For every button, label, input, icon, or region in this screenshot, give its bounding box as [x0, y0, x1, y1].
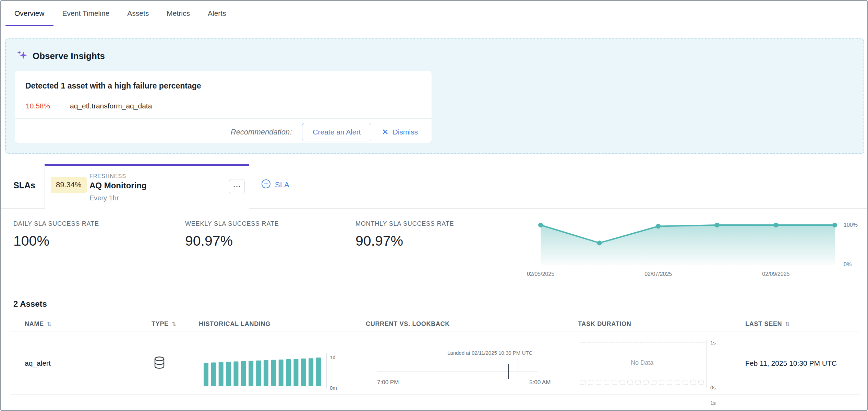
duration-placeholder-bar	[667, 380, 672, 385]
landed-at-annotation: Landed at 02/11/2025 10:30 PM UTC	[447, 350, 532, 356]
recommendation-row: Recommendation: Create an Alert ✕ Dismis…	[231, 122, 418, 142]
stat-daily-success-rate: DAILY SLA SUCCESS RATE 100%	[13, 220, 99, 249]
duration-placeholder-bar	[675, 380, 680, 385]
duration-placeholder-bar	[643, 380, 649, 385]
tab-metrics[interactable]: Metrics	[158, 1, 199, 26]
historical-landing-chart	[202, 354, 322, 386]
duration-placeholder-bar	[580, 380, 586, 385]
sort-icon: ⇅	[785, 321, 790, 327]
duration-placeholder-bar	[612, 380, 617, 385]
duration-no-data-label: No Data	[578, 359, 706, 366]
tab-assets[interactable]: Assets	[118, 1, 158, 26]
column-label: TYPE	[152, 320, 169, 328]
assets-count-heading: 2 Assets	[13, 299, 47, 309]
column-header-type[interactable]: TYPE ⇅	[152, 320, 177, 328]
duration-placeholder-bar	[588, 380, 593, 385]
add-sla-label: SLA	[275, 180, 289, 189]
column-header-historical-landing: HISTORICAL LANDING	[199, 320, 270, 328]
plus-circle-icon	[261, 179, 271, 191]
column-header-name[interactable]: NAME ⇅	[25, 320, 52, 328]
dismiss-button[interactable]: ✕ Dismiss	[382, 128, 418, 136]
dismiss-label: Dismiss	[393, 128, 418, 136]
lookback-expected-marker	[518, 357, 518, 379]
close-icon: ✕	[382, 128, 388, 136]
database-icon	[153, 356, 166, 371]
tab-event-timeline[interactable]: Event Timeline	[53, 1, 119, 26]
tab-bar: Overview Event Timeline Assets Metrics A…	[1, 1, 867, 26]
duration-placeholder-bar	[627, 380, 633, 385]
duration-placeholder-bar	[698, 380, 704, 385]
insight-card: Detected 1 asset with a high failure per…	[15, 71, 432, 143]
tab-overview[interactable]: Overview	[5, 1, 53, 26]
column-label: HISTORICAL LANDING	[199, 320, 270, 328]
failure-asset-name: aq_etl.transform_aq_data	[70, 102, 152, 110]
duration-placeholder-bar	[596, 380, 601, 385]
observe-insights-panel: Observe Insights Detected 1 asset with a…	[5, 38, 864, 154]
landing-axis-line	[326, 353, 327, 388]
observe-dashboard: Overview Event Timeline Assets Metrics A…	[0, 0, 868, 411]
sla-success-trend-chart: 100% 0% 02/05/202502/07/202502/09/2025	[532, 218, 865, 281]
tab-alerts[interactable]: Alerts	[199, 1, 235, 26]
trend-y-min-label: 0%	[844, 261, 852, 268]
column-header-task-duration: TASK DURATION	[578, 320, 631, 328]
duration-gridline	[580, 342, 706, 343]
duration-placeholder-bar	[659, 380, 664, 385]
divider	[10, 331, 860, 331]
duration-placeholder-bar	[604, 380, 609, 385]
stat-label: WEEKLY SLA SUCCESS RATE	[185, 220, 279, 227]
sort-icon: ⇅	[172, 321, 177, 327]
lookback-window-end: 5:00 AM	[529, 379, 551, 386]
column-label: TASK DURATION	[578, 320, 631, 328]
stat-value: 90.97%	[185, 233, 279, 249]
duration-placeholder-bar	[619, 380, 625, 385]
column-label: LAST SEEN	[745, 320, 782, 328]
sla-name: AQ Monitoring	[89, 181, 147, 190]
sla-menu-button[interactable]: ⋯	[229, 179, 245, 194]
trend-x-tick-label: 02/09/2025	[762, 271, 789, 277]
stat-value: 100%	[13, 233, 99, 249]
duration-placeholder-bar	[651, 380, 656, 385]
column-header-last-seen[interactable]: LAST SEEN ⇅	[745, 320, 790, 328]
sla-tab-aq-monitoring[interactable]: 89.34% FRESHNESS AQ Monitoring Every 1hr…	[45, 164, 249, 209]
slas-section-label: SLAs	[13, 180, 35, 190]
stat-weekly-success-rate: WEEKLY SLA SUCCESS RATE 90.97%	[185, 220, 279, 249]
asset-last-seen: Feb 11, 2025 10:30 PM UTC	[745, 359, 837, 367]
column-header-current-vs-lookback: CURRENT VS. LOOKBACK	[366, 320, 450, 328]
duration-placeholder-bar	[683, 380, 688, 385]
asset-name-link[interactable]: aq_alert	[25, 359, 51, 367]
trend-x-tick-label: 02/05/2025	[527, 271, 554, 277]
lookback-baseline	[377, 372, 538, 372]
next-row-duration-axis-max: 1s	[710, 400, 716, 406]
duration-axis-line	[706, 340, 707, 388]
duration-placeholder-bar	[690, 380, 696, 385]
sla-success-badge: 89.34%	[51, 177, 87, 193]
stat-label: MONTHLY SLA SUCCESS RATE	[355, 220, 454, 227]
stat-monthly-success-rate: MONTHLY SLA SUCCESS RATE 90.97%	[355, 220, 454, 249]
sla-category: FRESHNESS	[89, 173, 126, 179]
insights-title: Observe Insights	[33, 51, 105, 61]
landing-axis-min: 0m	[330, 385, 337, 391]
divider	[1, 289, 867, 289]
sparkle-icon	[16, 49, 28, 62]
add-sla-button[interactable]: SLA	[261, 179, 289, 191]
duration-axis-max: 1s	[710, 340, 716, 345]
create-alert-button[interactable]: Create an Alert	[302, 123, 371, 141]
divider	[10, 394, 860, 395]
trend-x-tick-label: 02/07/2025	[644, 271, 672, 277]
lookback-window-start: 7:00 PM	[377, 379, 399, 386]
sort-icon: ⇅	[47, 321, 52, 327]
sla-schedule: Every 1hr	[89, 194, 119, 202]
insights-header: Observe Insights	[16, 49, 105, 62]
duration-axis-min: 0s	[710, 385, 716, 390]
duration-placeholder-bars	[580, 380, 706, 385]
lookback-current-marker	[508, 364, 509, 379]
insight-detection-heading: Detected 1 asset with a high failure per…	[25, 81, 201, 91]
failure-percent: 10.58%	[26, 102, 50, 110]
trend-plot	[532, 218, 840, 269]
divider	[15, 118, 432, 119]
trend-y-max-label: 100%	[844, 222, 858, 228]
column-label: NAME	[25, 320, 44, 328]
landing-axis-max: 1d	[330, 354, 336, 360]
column-label: CURRENT VS. LOOKBACK	[366, 320, 450, 328]
ellipsis-icon: ⋯	[233, 183, 241, 191]
